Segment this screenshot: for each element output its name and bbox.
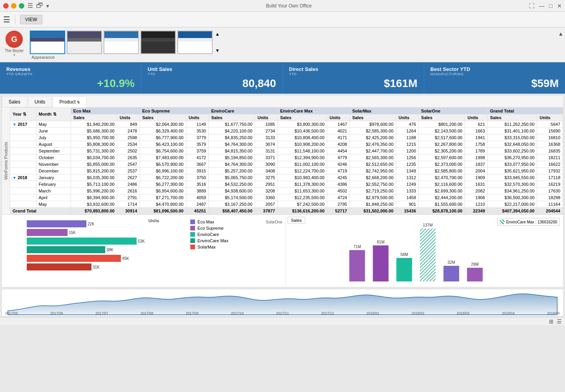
kpi-best-sector: Best Sector YTD MANUFACTURING $59M [424, 62, 565, 94]
legend-label-enviromax: EnviroCare Max [197, 238, 228, 243]
svg-text:29M: 29M [471, 262, 478, 267]
app-sub: ▾ [13, 53, 15, 57]
legend-item-enviro: EnviroCare [190, 232, 282, 237]
close-dot[interactable] [3, 3, 9, 9]
kpi-direct-sales-sub: YTD [289, 72, 417, 76]
kpi-revenues-title: Revenues [6, 66, 135, 72]
tab-product[interactable]: Product ⇅ [53, 96, 87, 107]
time-label-5: 2017/10 [231, 311, 244, 315]
legend-extra-solarone: SolarOne [266, 220, 282, 224]
col-solarone: SolarOne [419, 108, 488, 114]
col-ecomax: Eco Max [71, 108, 140, 114]
tooltip-text: EnviroCare Max : 136616200 [506, 220, 557, 224]
menu-icon[interactable]: ☰ [3, 15, 10, 24]
app-name: The Bezier [5, 49, 24, 53]
toolbar: ☰ VIEW [0, 12, 565, 27]
table-row: ▼ 2018January$6,035,300.002627$6,722,200… [10, 174, 563, 181]
table-row: June$5,686,300.002478$6,329,400.003530$4… [10, 128, 563, 134]
view-button[interactable]: VIEW [20, 15, 42, 24]
svg-text:38K: 38K [106, 248, 113, 252]
svg-text:137M: 137M [423, 223, 432, 227]
bar-chart-area: 22K 15K 53K 38K 45K 31K Units [4, 216, 187, 285]
legend-label-enviro: EnviroCare [197, 232, 219, 237]
time-label-2: 2017/07 [95, 311, 108, 315]
theme-collapse-icon[interactable]: ▲ [556, 29, 565, 38]
table-row: February$5,713,100.002486$6,277,300.0035… [10, 181, 563, 188]
kpi-unit-sales-value: 80,840 [148, 77, 276, 90]
theme-bar: G The Bezier ▾ [0, 27, 565, 62]
list-icon[interactable]: ☰ [557, 318, 562, 325]
ecomax-units: Units [117, 114, 140, 121]
close-button[interactable]: ✕ [557, 3, 562, 9]
ecosup-sales: Sales [140, 114, 186, 121]
time-labels: 2017/05 2017/06 2017/07 2017/08 2017/09 … [2, 311, 563, 315]
legend-item-enviromax: EnviroCare Max [190, 238, 282, 243]
col-enviromax: EnviroCare Max [277, 108, 350, 114]
svg-text:71M: 71M [353, 245, 361, 249]
svg-rect-6 [27, 246, 105, 253]
kpi-direct-sales: Direct Sales YTD $161M [283, 62, 424, 94]
pivot-label: WinForms Products [2, 140, 10, 181]
table-section: WinForms Products Year ⇅ Month ⇅ Eco Max… [2, 107, 563, 214]
legend-item-solarmax: SolarMax [190, 245, 282, 249]
ecosup-units: Units [186, 114, 209, 121]
kpi-unit-sales: Unit Sales YTD 80,840 [141, 62, 282, 94]
tab-bar: Sales Units Product ⇅ [2, 96, 563, 107]
svg-text:58M: 58M [400, 252, 408, 257]
bar-chart-svg: 22K 15K 53K 38K 45K 31K Units [4, 216, 187, 287]
enviromax-sales: Sales [277, 114, 327, 121]
table-row: March$5,996,200.002616$6,954,600.003889$… [10, 188, 563, 194]
title-bar-controls: ⛶ — □ ✕ [529, 3, 562, 9]
legend-color-ecomax [190, 220, 195, 224]
appearance-section: ▲ ▼ Appearance [28, 29, 556, 60]
tab-units[interactable]: Units [28, 96, 52, 107]
theme-swatch-4[interactable] [140, 31, 176, 54]
col-month: Month ⇅ [36, 108, 71, 121]
col-ecosup: Eco Supreme [140, 108, 209, 114]
scroll-up-icon[interactable]: ▲ [215, 31, 220, 37]
time-label-4: 2017/09 [186, 311, 199, 315]
table-wrapper[interactable]: Year ⇅ Month ⇅ Eco Max Eco Supreme Envir… [10, 107, 563, 214]
legend-area: Eco Max SolarOne Eco Supreme EnviroCare … [187, 216, 285, 285]
kpi-unit-sales-title: Unit Sales [148, 66, 276, 72]
theme-swatch-5[interactable] [177, 31, 213, 54]
enviromax-units: Units [327, 114, 350, 121]
svg-text:81M: 81M [377, 240, 384, 244]
solarone-units: Units [465, 114, 488, 121]
legend-color-solarmax [190, 245, 195, 249]
time-label-12: 2018/05 [547, 311, 560, 315]
time-label-8: 2018/01 [366, 311, 379, 315]
fullscreen-icon[interactable]: ⛶ [529, 3, 534, 9]
legend-item-ecosup: Eco Supreme [190, 226, 282, 230]
maximize-button[interactable]: □ [549, 3, 552, 9]
scroll-down-icon[interactable]: ▼ [215, 48, 220, 53]
pivot-label-col: WinForms Products [2, 107, 10, 214]
charts-area: 22K 15K 53K 38K 45K 31K Units Eco Max [2, 214, 563, 287]
svg-rect-0 [27, 220, 86, 227]
legend-item-ecomax: Eco Max SolarOne [190, 220, 282, 224]
tooltip: EnviroCare Max : 136616200 [497, 218, 560, 226]
legend-color-ecosup [190, 226, 195, 230]
time-label-1: 2017/06 [50, 311, 63, 315]
theme-swatch-1[interactable] [30, 31, 65, 54]
legend-label-solarmax: SolarMax [197, 245, 215, 249]
max-dot[interactable] [19, 3, 24, 9]
table-row: November$5,855,000.002547$6,570,900.0036… [10, 161, 563, 168]
kpi-revenues: Revenues YTD GROWTH +10.9% [0, 62, 141, 94]
col-solarmax: SolarMax [350, 108, 419, 114]
grid-icon[interactable]: ⊞ [549, 318, 554, 325]
enviro-units: Units [255, 114, 278, 121]
theme-swatch-2[interactable] [67, 31, 102, 54]
table-row: August$5,808,300.002534$6,423,100.003579… [10, 141, 563, 148]
time-label-3: 2017/08 [140, 311, 153, 315]
sales-chart-svg: 71M 81M 58M 137M 32M 29M [286, 223, 562, 289]
kpi-revenues-value: +10.9% [6, 77, 135, 90]
minimize-button[interactable]: — [539, 3, 545, 9]
min-dot[interactable] [11, 3, 16, 9]
tab-sales[interactable]: Sales [2, 96, 27, 107]
ecomax-sales: Sales [71, 114, 117, 121]
kpi-direct-sales-value: $161M [289, 77, 417, 90]
svg-rect-24 [467, 268, 483, 281]
theme-swatch-3[interactable] [104, 31, 139, 54]
theme-swatches: ▲ ▼ [28, 29, 556, 54]
